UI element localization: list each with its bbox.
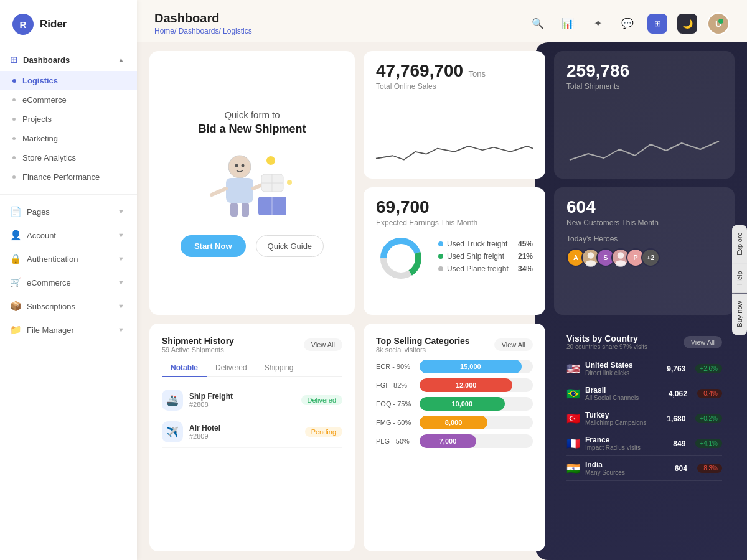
ship-legend: Used Ship freight 21%: [438, 252, 533, 261]
top-selling-title: Top Selling Categories: [376, 336, 470, 346]
search-button[interactable]: 🔍: [528, 14, 548, 34]
bar-outer-eoq: 10,000: [420, 397, 533, 411]
shipment-row-2: ✈️ Air Hotel #2809 Pending: [162, 416, 342, 448]
total-shipments-label: Total Shipments: [566, 82, 722, 91]
bar-inner-plg: 7,000: [420, 434, 476, 448]
svg-rect-12: [242, 203, 249, 217]
sidebar-item-projects[interactable]: Projects: [0, 110, 137, 129]
badge-tr: +0.2%: [695, 414, 722, 423]
sidebar-item-logistics-label: Logistics: [22, 76, 58, 85]
sidebar-item-marketing[interactable]: Marketing: [0, 129, 137, 148]
auth-icon: 🔒: [10, 253, 22, 264]
header: Dashboard Home/ Dashboards/ Logistics 🔍 …: [137, 0, 747, 42]
main-content: Dashboard Home/ Dashboards/ Logistics 🔍 …: [137, 0, 747, 560]
earnings-label: Expected Earnings This Month: [376, 218, 533, 227]
analytics-button[interactable]: 📊: [558, 14, 578, 34]
sidebar-item-store-analytics[interactable]: Store Analytics: [0, 148, 137, 167]
visits-title: Visits by Country: [566, 334, 647, 343]
sidebar-item-filemanager[interactable]: 📁 File Manager ▼: [0, 318, 137, 342]
header-left: Dashboard Home/ Dashboards/ Logistics: [154, 11, 252, 35]
sidebar-item-authentication[interactable]: 🔒 Authentication ▼: [0, 247, 137, 271]
heroes-section: Today's Heroes A S P +2: [566, 235, 722, 267]
total-sales-card: 47,769,700 Tons Total Online Sales: [364, 51, 545, 179]
country-info-in: India Many Sources: [585, 460, 625, 476]
sidebar-item-pages[interactable]: 📄 Pages ▼: [0, 200, 137, 223]
top-selling-view-all-button[interactable]: View All: [494, 338, 533, 351]
avatar[interactable]: U: [707, 12, 730, 35]
quick-form-buttons: Start Now Quick Guide: [181, 235, 324, 257]
flag-tr: 🇹🇷: [566, 412, 580, 426]
sidebar-item-logistics[interactable]: Logistics: [0, 71, 137, 90]
visits-view-all-button[interactable]: View All: [684, 336, 722, 348]
side-tab-explore[interactable]: Explore: [732, 225, 747, 263]
sidebar-item-subscriptions[interactable]: 📦 Subscriptions ▼: [0, 294, 137, 318]
shipment-details-1: Ship Freight #2808: [189, 392, 233, 408]
sidebar-item-ecommerce-label: eCommerce: [22, 95, 67, 105]
grid-button[interactable]: ⊞: [647, 14, 667, 34]
breadcrumb-current: Logistics: [223, 27, 252, 35]
country-row-tr: 🇹🇷 Turkey Mailchimp Campaigns 1,680 +0.2…: [566, 406, 722, 431]
total-sales-number: 47,769,700: [376, 61, 463, 80]
bar-outer-ecr: 15,000: [420, 360, 533, 373]
shipment-id-1: #2808: [189, 401, 233, 408]
breadcrumb-home[interactable]: Home/: [154, 27, 176, 35]
start-now-button[interactable]: Start Now: [181, 235, 246, 257]
bar-label-eoq: EOQ - 75%: [376, 400, 413, 408]
sidebar-item-ecommerce2[interactable]: 🛒 eCommerce ▼: [0, 271, 137, 294]
shipment-view-all-button[interactable]: View All: [304, 338, 342, 351]
country-row-br: 🇧🇷 Brasil All Social Channels 4,062 -0.4…: [566, 381, 722, 406]
bar-inner-ecr: 15,000: [420, 360, 522, 373]
bar-row-plg: PLG - 50% 7,000: [376, 434, 533, 448]
sidebar-item-ecommerce[interactable]: eCommerce: [0, 90, 137, 110]
shipment-icon-2: ✈️: [162, 421, 183, 442]
messages-button[interactable]: 💬: [618, 14, 637, 34]
bar-inner-eoq: 10,000: [420, 397, 505, 411]
sidebar-logo: R Rider: [0, 0, 137, 46]
breadcrumb-dashboards[interactable]: Dashboards/: [179, 27, 221, 35]
bar-row-eoq: EOQ - 75% 10,000: [376, 397, 533, 411]
quick-form-title: Bid a New Shipment: [198, 123, 306, 136]
visits-by-country-card: Visits by Country 20 countries share 97%…: [554, 324, 735, 551]
quick-guide-button[interactable]: Quick Guide: [256, 235, 324, 257]
svg-point-14: [242, 164, 245, 167]
sidebar-dashboards-section: ⊞ Dashboards ▲ Logistics eCommerce Proje…: [0, 46, 137, 189]
country-row-us: 🇺🇸 United States Direct link clicks 9,76…: [566, 357, 722, 381]
badge-us: +2.6%: [695, 364, 722, 373]
theme-toggle[interactable]: 🌙: [677, 14, 697, 34]
side-tab-buynow[interactable]: Buy now: [732, 293, 747, 335]
illustration: [202, 148, 302, 223]
visits-header: Visits by Country 20 countries share 97%…: [566, 334, 722, 350]
sidebar-item-finance[interactable]: Finance Performance: [0, 167, 137, 187]
bar-row-ecr: ECR - 90% 15,000: [376, 360, 533, 373]
country-info-us: United States Direct link clicks: [585, 361, 633, 376]
tab-shipping[interactable]: Shipping: [256, 360, 303, 377]
sidebar-item-pages-label: Pages: [27, 207, 50, 217]
settings-button[interactable]: ✦: [588, 14, 608, 34]
badge-fr: +4.1%: [695, 439, 722, 448]
content-grid: Quick form to Bid a New Shipment: [137, 42, 747, 560]
shipment-status-2: Pending: [305, 427, 342, 437]
side-tab-help[interactable]: Help: [732, 264, 747, 294]
bar-outer-plg: 7,000: [420, 434, 533, 448]
flag-fr: 🇫🇷: [566, 437, 580, 450]
badge-in: -8.3%: [697, 464, 722, 473]
shipment-history-title: Shipment History: [162, 336, 234, 346]
sidebar-item-account[interactable]: 👤 Account ▼: [0, 223, 137, 247]
shipment-tabs: Notable Delivered Shipping: [162, 360, 342, 377]
bar-label-plg: PLG - 50%: [376, 437, 413, 445]
tab-notable[interactable]: Notable: [162, 360, 207, 377]
dashboards-group[interactable]: ⊞ Dashboards ▲: [0, 49, 137, 71]
shipment-row-1: 🚢 Ship Freight #2808 Delivered: [162, 385, 342, 416]
svg-point-21: [585, 260, 596, 266]
bar-inner-fmg: 8,000: [420, 416, 487, 429]
auth-arrow: ▼: [118, 255, 125, 263]
plane-legend: Used Plane freight 34%: [438, 264, 533, 273]
sidebar-item-projects-label: Projects: [22, 114, 52, 124]
sidebar: R Rider ⊞ Dashboards ▲ Logistics eCommer…: [0, 0, 137, 560]
tab-delivered[interactable]: Delivered: [207, 360, 256, 377]
subscriptions-icon: 📦: [10, 301, 22, 312]
dashboards-icon: ⊞: [10, 54, 18, 65]
shipment-history-header: Shipment History 59 Active Shipments Vie…: [162, 336, 342, 353]
breadcrumb: Home/ Dashboards/ Logistics: [154, 27, 252, 35]
shipment-name-1: Ship Freight: [189, 392, 233, 401]
